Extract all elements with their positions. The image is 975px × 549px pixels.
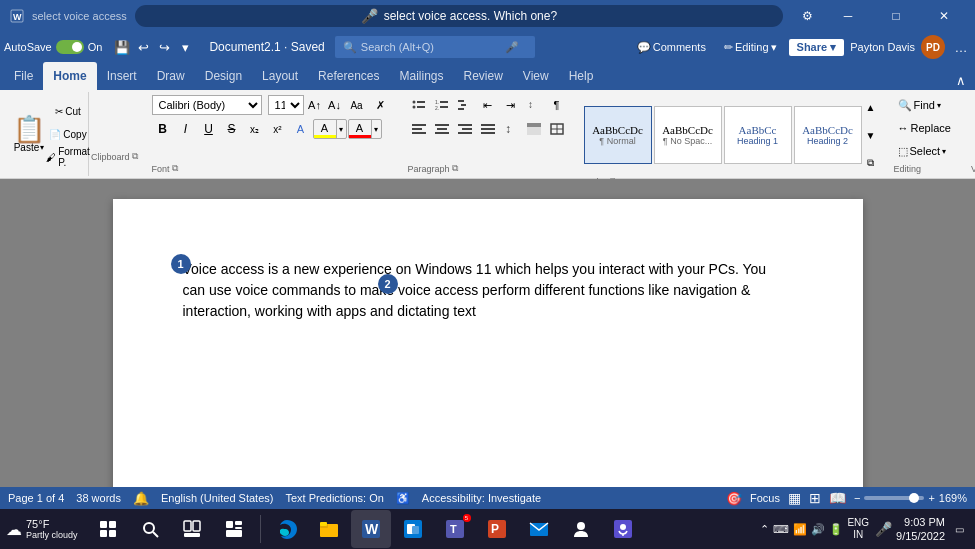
subscript-button[interactable]: x₂ bbox=[244, 118, 266, 140]
save-button[interactable]: 💾 bbox=[112, 37, 132, 57]
paragraph-expand-icon[interactable]: ⧉ bbox=[452, 163, 458, 174]
volume-icon[interactable]: 🔊 bbox=[811, 523, 825, 536]
align-left-button[interactable] bbox=[408, 118, 430, 140]
tab-mailings[interactable]: Mailings bbox=[389, 62, 453, 90]
format-painter-button[interactable]: 🖌 Format P. bbox=[52, 146, 84, 168]
accessibility-label[interactable]: Accessibility: Investigate bbox=[422, 492, 541, 504]
shading-button[interactable] bbox=[523, 118, 545, 140]
underline-button[interactable]: U bbox=[198, 118, 220, 140]
font-color-arrow-button[interactable]: ▾ bbox=[371, 120, 381, 138]
chevron-up-icon[interactable]: ⌃ bbox=[760, 523, 769, 536]
teams-button[interactable]: T 5 bbox=[435, 510, 475, 548]
replace-button[interactable]: ↔ Replace bbox=[894, 117, 955, 139]
language-label[interactable]: English (United States) bbox=[161, 492, 274, 504]
change-case-button[interactable]: Aa bbox=[346, 94, 368, 116]
style-no-spacing[interactable]: AaBbCcDc ¶ No Spac... bbox=[654, 106, 722, 164]
clear-formatting-button[interactable]: ✗ bbox=[370, 94, 392, 116]
task-view-button[interactable] bbox=[172, 510, 212, 548]
tab-references[interactable]: References bbox=[308, 62, 389, 90]
editing-button[interactable]: ✏ Editing ▾ bbox=[718, 39, 783, 56]
clipboard-expand-icon[interactable]: ⧉ bbox=[132, 151, 138, 162]
widgets-button[interactable] bbox=[214, 510, 254, 548]
strikethrough-button[interactable]: S bbox=[221, 118, 243, 140]
more-options-button[interactable]: … bbox=[951, 37, 971, 57]
edge-button[interactable] bbox=[267, 510, 307, 548]
sort-button[interactable]: ↕ bbox=[523, 94, 545, 116]
minimize-button[interactable]: ─ bbox=[825, 0, 871, 32]
tab-file[interactable]: File bbox=[4, 62, 43, 90]
align-center-button[interactable] bbox=[431, 118, 453, 140]
search-input[interactable] bbox=[361, 41, 501, 53]
cut-button[interactable]: ✂ Cut bbox=[52, 100, 84, 122]
focus-label[interactable]: Focus bbox=[750, 492, 780, 504]
notification-button[interactable]: ▭ bbox=[949, 510, 969, 548]
autosave-toggle[interactable] bbox=[56, 40, 84, 54]
numbering-button[interactable]: 1.2. bbox=[431, 94, 453, 116]
view-normal-icon[interactable]: ▦ bbox=[788, 490, 801, 506]
highlight-button[interactable]: A bbox=[314, 120, 336, 138]
tab-home[interactable]: Home bbox=[43, 62, 96, 90]
powerpoint-button[interactable]: P bbox=[477, 510, 517, 548]
settings-button[interactable]: ⚙ bbox=[791, 0, 823, 32]
style-normal[interactable]: AaBbCcDc ¶ Normal bbox=[584, 106, 652, 164]
text-predictions-label[interactable]: Text Predictions: On bbox=[285, 492, 383, 504]
zoom-minus-button[interactable]: − bbox=[854, 492, 860, 504]
tab-help[interactable]: Help bbox=[559, 62, 604, 90]
increase-font-button[interactable]: A↑ bbox=[306, 95, 324, 115]
clock-area[interactable]: 9:03 PM 9/15/2022 bbox=[896, 515, 945, 544]
styles-scroll-up[interactable]: ▲ bbox=[864, 94, 878, 120]
zoom-level[interactable]: 169% bbox=[939, 492, 967, 504]
find-button[interactable]: 🔍 Find ▾ bbox=[894, 94, 955, 116]
bold-button[interactable]: B bbox=[152, 118, 174, 140]
start-button[interactable] bbox=[88, 510, 128, 548]
dictate-button[interactable]: 🎤 Dictate ▾ bbox=[971, 94, 975, 116]
tab-draw[interactable]: Draw bbox=[147, 62, 195, 90]
view-web-icon[interactable]: ⊞ bbox=[809, 490, 821, 506]
font-color-button[interactable]: A bbox=[349, 120, 371, 138]
undo-button[interactable]: ↩ bbox=[133, 37, 153, 57]
document-area[interactable]: 1 Voice access is a new experience on Wi… bbox=[0, 179, 975, 487]
borders-button[interactable] bbox=[546, 118, 568, 140]
align-right-button[interactable] bbox=[454, 118, 476, 140]
comments-button[interactable]: 💬 Comments bbox=[631, 39, 712, 56]
italic-button[interactable]: I bbox=[175, 118, 197, 140]
maximize-button[interactable]: □ bbox=[873, 0, 919, 32]
voice-command-bar[interactable]: 🎤 select voice access. Which one? bbox=[135, 5, 783, 27]
highlight-arrow-button[interactable]: ▾ bbox=[336, 120, 346, 138]
decrease-indent-button[interactable]: ⇤ bbox=[477, 94, 499, 116]
multilevel-list-button[interactable] bbox=[454, 94, 476, 116]
justify-button[interactable] bbox=[477, 118, 499, 140]
bullets-button[interactable] bbox=[408, 94, 430, 116]
increase-indent-button[interactable]: ⇥ bbox=[500, 94, 522, 116]
close-button[interactable]: ✕ bbox=[921, 0, 967, 32]
zoom-plus-button[interactable]: + bbox=[928, 492, 934, 504]
file-explorer-button[interactable] bbox=[309, 510, 349, 548]
customize-button[interactable]: ▾ bbox=[175, 37, 195, 57]
copy-button[interactable]: 📄 Copy bbox=[52, 123, 84, 145]
select-button[interactable]: ⬚ Select ▾ bbox=[894, 140, 955, 162]
decrease-font-button[interactable]: A↓ bbox=[326, 95, 344, 115]
network-icon[interactable]: 📶 bbox=[793, 523, 807, 536]
style-heading1[interactable]: AaBbCc Heading 1 bbox=[724, 106, 792, 164]
view-read-icon[interactable]: 📖 bbox=[829, 490, 846, 506]
styles-scroll-down[interactable]: ▼ bbox=[864, 122, 878, 148]
document-content[interactable]: Voice access is a new experience on Wind… bbox=[183, 259, 793, 322]
tab-insert[interactable]: Insert bbox=[97, 62, 147, 90]
user-avatar[interactable]: PD bbox=[921, 35, 945, 59]
superscript-button[interactable]: x² bbox=[267, 118, 289, 140]
share-button[interactable]: Share ▾ bbox=[789, 39, 845, 56]
tab-layout[interactable]: Layout bbox=[252, 62, 308, 90]
mic-taskbar-icon[interactable]: 🎤 bbox=[875, 521, 892, 537]
mail-button[interactable] bbox=[519, 510, 559, 548]
word-taskbar-button[interactable]: W bbox=[351, 510, 391, 548]
search-box[interactable]: 🔍 🎤 bbox=[335, 36, 535, 58]
collapse-ribbon-button[interactable]: ∧ bbox=[951, 70, 971, 90]
tab-view[interactable]: View bbox=[513, 62, 559, 90]
style-heading2[interactable]: AaBbCcDc Heading 2 bbox=[794, 106, 862, 164]
read-aloud-button[interactable]: 🔊 Read Aloud bbox=[971, 117, 975, 139]
people-button[interactable] bbox=[561, 510, 601, 548]
text-effects-button[interactable]: A bbox=[290, 118, 312, 140]
tab-design[interactable]: Design bbox=[195, 62, 252, 90]
redo-button[interactable]: ↪ bbox=[154, 37, 174, 57]
line-spacing-button[interactable]: ↕ bbox=[500, 118, 522, 140]
